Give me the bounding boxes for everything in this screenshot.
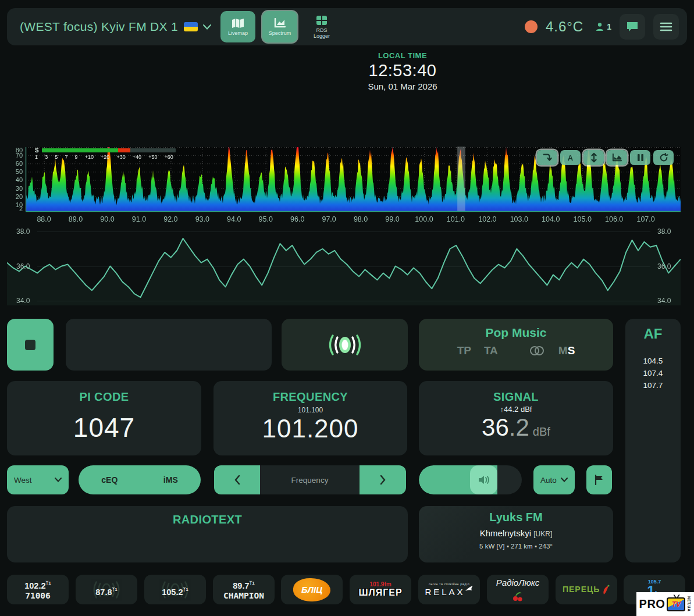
pi-code-card: PI CODE 1047 [7,381,201,455]
arrows-up-down-button[interactable] [583,150,604,165]
main-nav: Livemap Spectrum RDS Logger [220,11,339,42]
shlyager-frequency: 101.9fm [353,582,408,587]
hamburger-icon [660,22,672,31]
eq-ims-toggle-group: cEQ iMS [79,465,201,494]
map-icon [232,18,244,29]
preset-button-1[interactable]: 102.2ᛉ1 71006 [7,575,69,604]
chili-pepper-icon [602,584,610,596]
chevron-down-icon[interactable] [203,24,211,30]
chat-bubble-icon [626,21,639,33]
preset-button-perets[interactable]: ПЕРЕЦЬ [556,575,617,604]
top-bar-right: 4.6°C 1 [525,14,679,40]
refresh-button[interactable] [653,150,674,165]
preset-button-relax[interactable]: легке та спокійне радіо RELAX [418,575,480,604]
preset-button-3[interactable]: 105.2ᛉ1 [144,575,206,604]
tune-up-button[interactable] [360,465,406,494]
protv-branding[interactable]: PRO TV NET.UA [636,592,694,616]
frequency-input[interactable] [260,465,360,494]
clock-label: LOCAL TIME [298,51,507,60]
volume-thumb[interactable] [470,465,497,494]
radiotext-label: RADIOTEXT [7,513,408,526]
server-title[interactable]: (WEST focus) Kyiv FM DX 1 [20,20,178,34]
nav-label: Spectrum [269,30,291,36]
antenna-badge: ᛉ1 [112,587,117,592]
eq-toggle[interactable]: cEQ [101,475,118,485]
weather-dot-icon [525,20,538,33]
tune-down-button[interactable] [214,465,260,494]
audio-playing-icon [324,332,366,358]
listener-count: 1 [595,22,611,31]
chat-button[interactable] [620,14,645,40]
clock-time: 12:53:40 [298,61,507,80]
chart-area-button[interactable] [607,150,627,165]
preset-button-radio-lux[interactable]: РадіоЛюкс [487,575,549,604]
s-meter-scale: 13579+10+20+30+40+50+60 [35,154,173,160]
audio-status-card [282,319,408,371]
preset-button-4[interactable]: 89.7ᛉ1 CHAMPION [213,575,275,604]
signal-unit: dBf [533,425,550,438]
menu-button[interactable] [653,14,679,40]
nav-livemap-button[interactable]: Livemap [220,11,255,42]
af-item[interactable]: 107.7 [625,379,681,391]
nav-spectrum-button[interactable]: Spectrum [262,11,297,42]
preset-button-shlyager[interactable]: 101.9fm ШЛЯГЕР [350,575,411,604]
spectrum-toolbar: A [537,150,674,165]
antenna-badge: ᛉ1 [183,587,188,592]
frequency-value: 101.200 [213,414,407,443]
signal-history-chart[interactable] [7,227,681,305]
ims-toggle[interactable]: iMS [163,475,178,485]
spectrum-panel: S 13579+10+20+30+40+50+60 A [7,145,681,223]
signal-label: SIGNAL [419,390,613,404]
ta-flag: TA [484,344,498,357]
radio-lux-logo: РадіоЛюкс [490,578,545,601]
chevron-right-icon [380,475,386,485]
af-list-card: AF 104.5 107.4 107.7 [625,319,681,562]
stop-audio-button[interactable] [7,319,54,371]
arrows-up-down-icon [590,152,598,163]
ukraine-flag-icon [184,22,198,31]
listener-count-value: 1 [607,22,611,31]
antenna-select[interactable]: West [7,465,69,494]
volume-slider[interactable] [419,465,522,494]
stop-icon [25,340,35,350]
chart-line-icon [274,18,286,29]
preset-button-2[interactable]: 87.8ᛉ1 [76,575,137,604]
frequency-card: FREQUENCY 101.100 101.200 [213,381,407,455]
af-item[interactable]: 104.5 [625,355,681,367]
mode-select[interactable]: Auto [533,465,575,494]
pi-code-label: PI CODE [7,390,201,404]
station-info-card: Lyuks FM Khmelnytskyi [UKR] 5 kW [V] ▪ 2… [419,506,613,562]
arrow-turn-down-button[interactable] [537,150,557,165]
station-country: [UKR] [533,530,552,538]
netua-text: NET.UA [687,596,691,611]
preset-button-blits[interactable]: БЛІЦ [281,575,343,604]
local-clock: LOCAL TIME 12:53:40 Sun, 01 Mar 2026 [298,51,507,91]
af-item[interactable]: 107.4 [625,367,681,379]
music-speech-flag: MS [558,344,575,357]
stereo-icon [528,346,546,356]
table-cells-icon [316,15,328,26]
radiotext-card: RADIOTEXT [7,506,408,562]
relax-logo: RELAX [422,586,476,597]
station-details: 5 kW [V] ▪ 271 km ▪ 243° [419,543,613,550]
chevron-down-icon [561,478,568,482]
cherries-icon [511,592,524,601]
pause-button[interactable] [630,150,650,165]
shlyager-logo: ШЛЯГЕР [353,587,408,598]
chevron-down-icon [55,478,62,482]
clock-date: Sun, 01 Mar 2026 [298,81,507,91]
bird-icon [465,586,474,592]
bookmark-flag-button[interactable] [586,465,612,494]
rotate-icon [659,153,668,162]
auto-scale-button[interactable]: A [560,150,581,165]
nav-rds-logger-button[interactable]: RDS Logger [304,11,339,42]
ps-name-card [66,319,272,371]
protv-text: PRO [639,597,665,611]
tv-logo-icon: TV [667,597,685,611]
letter-a-icon: A [568,154,573,162]
mode-select-value: Auto [540,476,557,485]
station-name[interactable]: Lyuks FM [419,511,613,524]
blits-logo: БЛІЦ [293,578,330,601]
signal-peak: ↑44.2 dBf [419,405,613,414]
station-location: Khmelnytskyi [UKR] [419,528,613,538]
